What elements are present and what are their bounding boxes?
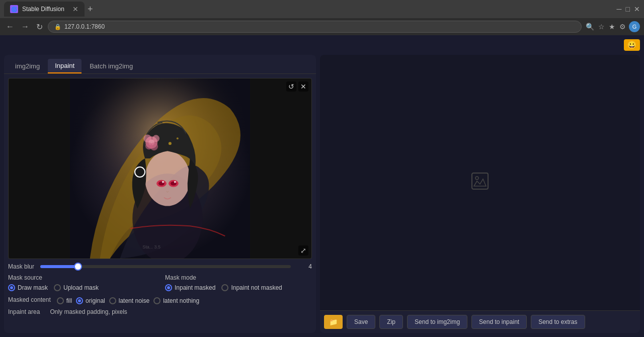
original-radio[interactable] <box>76 297 83 304</box>
reset-canvas-button[interactable]: ↺ <box>286 81 296 92</box>
tab-bar: img2img Inpaint Batch img2img <box>4 55 316 74</box>
zip-button[interactable]: Zip <box>379 315 403 329</box>
folder-button[interactable]: 📁 <box>324 315 343 329</box>
mask-mode-label: Mask mode <box>165 274 312 281</box>
output-placeholder-icon <box>470 171 490 194</box>
inpaint-area-label: Inpaint area <box>8 308 40 315</box>
inpaint-not-masked-radio[interactable] <box>221 284 228 291</box>
svg-point-6 <box>143 134 151 142</box>
inpaint-image: Sta... 3.5 <box>70 78 250 259</box>
tab-favicon: 🌀 <box>10 5 18 13</box>
latent-noise-option[interactable]: latent noise <box>109 297 149 304</box>
tab-inpaint[interactable]: Inpaint <box>48 59 82 73</box>
svg-point-3 <box>145 151 190 206</box>
content-area: img2img Inpaint Batch img2img <box>4 55 640 333</box>
mask-blur-slider[interactable] <box>40 265 291 268</box>
inpaint-not-masked-option[interactable]: Inpaint not masked <box>221 284 282 291</box>
send-to-inpaint-button[interactable]: Send to inpaint <box>471 315 527 329</box>
right-panel: 📁 Save Zip Send to img2img Send to inpai… <box>320 55 640 333</box>
browser-toolbar: ← → ↻ 🔒 127.0.0.1:7860 🔍 ☆ ★ ⚙ G <box>0 18 644 35</box>
svg-rect-19 <box>472 173 488 189</box>
star-icon[interactable]: ★ <box>608 22 616 32</box>
inpaint-not-masked-label: Inpaint not masked <box>231 284 282 291</box>
resize-canvas-button[interactable]: ⤢ <box>298 245 308 256</box>
close-icon[interactable]: ✕ <box>634 5 640 13</box>
browser-chrome: 🌀 Stable Diffusion ✕ + ─ □ ✕ ← → ↻ 🔒 127… <box>0 0 644 35</box>
latent-noise-label: latent noise <box>119 297 149 304</box>
mask-blur-label: Mask blur <box>8 263 34 270</box>
url-text: 127.0.0.1:7860 <box>64 23 105 30</box>
bookmark-icon[interactable]: ☆ <box>597 22 606 32</box>
back-button[interactable]: ← <box>4 21 16 32</box>
tab-img2img[interactable]: img2img <box>8 59 47 73</box>
left-panel: img2img Inpaint Batch img2img <box>4 55 316 333</box>
window-controls: ─ □ ✕ <box>617 5 640 13</box>
browser-tab[interactable]: 🌀 Stable Diffusion ✕ <box>4 2 85 17</box>
emoji-badge: 😀 <box>624 39 640 51</box>
bottom-labels-row: Inpaint area Only masked padding, pixels <box>8 308 312 315</box>
mask-mode-group: Mask mode Inpaint masked Inpaint not mas… <box>165 274 312 291</box>
inpaint-masked-option[interactable]: Inpaint masked <box>165 284 215 291</box>
tab-close-icon[interactable]: ✕ <box>72 5 78 13</box>
upload-mask-label: Upload mask <box>63 284 99 291</box>
save-button[interactable]: Save <box>347 315 375 329</box>
svg-point-15 <box>174 181 176 183</box>
close-image-button[interactable]: ✕ <box>298 81 308 92</box>
draw-mask-label: Draw mask <box>18 284 48 291</box>
mask-source-mode-row: Mask source Draw mask Upload mask <box>8 274 312 291</box>
mask-blur-row: Mask blur 4 <box>8 263 312 270</box>
upload-mask-radio[interactable] <box>54 284 61 291</box>
app-container: 😀 img2img Inpaint Batch img2img <box>0 35 644 337</box>
svg-point-17 <box>177 137 179 139</box>
upload-mask-option[interactable]: Upload mask <box>54 284 99 291</box>
inpaint-masked-radio[interactable] <box>165 284 172 291</box>
svg-point-14 <box>162 181 164 183</box>
fill-option[interactable]: fill <box>57 297 72 304</box>
latent-nothing-option[interactable]: latent nothing <box>153 297 199 304</box>
original-option[interactable]: original <box>76 297 105 304</box>
search-icon[interactable]: 🔍 <box>585 22 595 32</box>
mask-blur-value: 4 <box>297 263 312 270</box>
draw-mask-radio[interactable] <box>8 284 15 291</box>
svg-point-20 <box>475 177 478 180</box>
masked-content-options: fill original latent noise <box>57 297 200 304</box>
fill-radio[interactable] <box>57 297 64 304</box>
image-overlay-controls: ↺ ✕ <box>286 81 308 92</box>
latent-nothing-label: latent nothing <box>163 297 199 304</box>
mask-source-label: Mask source <box>8 274 155 281</box>
masked-content-row: Masked content fill original <box>8 295 312 304</box>
latent-nothing-radio[interactable] <box>153 297 160 304</box>
browser-tab-bar: 🌀 Stable Diffusion ✕ + ─ □ ✕ <box>0 0 644 18</box>
fill-label: fill <box>66 297 72 304</box>
svg-point-16 <box>169 142 172 145</box>
top-bar: 😀 <box>4 39 640 55</box>
mask-source-group: Mask source Draw mask Upload mask <box>8 274 155 291</box>
tab-batch-img2img[interactable]: Batch img2img <box>83 59 140 73</box>
mask-source-options: Draw mask Upload mask <box>8 284 155 291</box>
original-label: original <box>86 297 105 304</box>
output-image-area <box>320 55 640 310</box>
minimize-icon[interactable]: ─ <box>617 5 622 13</box>
restore-icon[interactable]: □ <box>626 5 630 13</box>
draw-mask-option[interactable]: Draw mask <box>8 284 48 291</box>
svg-text:Sta... 3.5: Sta... 3.5 <box>142 244 160 249</box>
extensions-icon[interactable]: ⚙ <box>618 22 627 32</box>
reload-button[interactable]: ↻ <box>34 21 45 33</box>
send-to-extras-button[interactable]: Send to extras <box>531 315 585 329</box>
address-bar[interactable]: 🔒 127.0.0.1:7860 <box>48 21 582 33</box>
toolbar-icons: 🔍 ☆ ★ ⚙ G <box>585 21 640 32</box>
mask-mode-options: Inpaint masked Inpaint not masked <box>165 284 312 291</box>
new-tab-button[interactable]: + <box>85 4 96 15</box>
forward-button[interactable]: → <box>19 21 31 32</box>
latent-noise-radio[interactable] <box>109 297 116 304</box>
profile-avatar[interactable]: G <box>629 21 640 32</box>
output-toolbar: 📁 Save Zip Send to img2img Send to inpai… <box>320 310 640 333</box>
masked-content-label: Masked content <box>8 296 51 303</box>
send-to-img2img-button[interactable]: Send to img2img <box>407 315 467 329</box>
tab-content: Sta... 3.5 ↺ ✕ ⤢ Mask blur <box>4 74 316 333</box>
tab-title: Stable Diffusion <box>22 6 68 13</box>
inpaint-masked-label: Inpaint masked <box>175 284 215 291</box>
svg-point-9 <box>150 142 158 150</box>
inpaint-canvas-container[interactable]: Sta... 3.5 ↺ ✕ ⤢ <box>8 78 312 259</box>
svg-point-7 <box>152 135 159 142</box>
